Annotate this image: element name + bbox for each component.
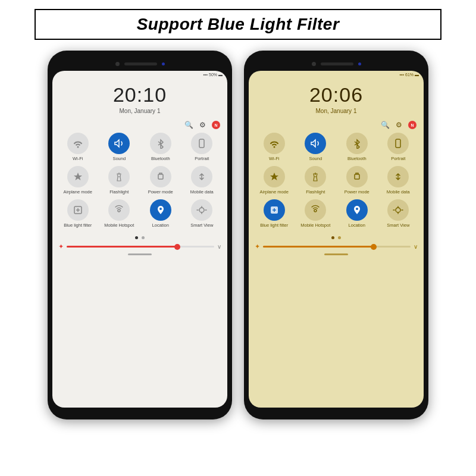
- tile-airplane-warm[interactable]: Airplane mode: [256, 166, 292, 195]
- svg-rect-1: [158, 174, 163, 179]
- brightness-row-warm: ✦ ∨: [249, 242, 424, 252]
- sensor-dot-warm: [358, 62, 361, 65]
- tile-portrait-warm[interactable]: Portrait: [380, 133, 416, 161]
- signal-icon-warm: ▪▪▪: [400, 73, 404, 77]
- tile-sound-warm[interactable]: Sound: [298, 133, 333, 161]
- tile-flashlight-warm[interactable]: Flashlight: [298, 166, 333, 195]
- svg-rect-6: [355, 174, 359, 179]
- phone-top-bar-warm: [249, 58, 424, 70]
- location-label-warm: Location: [349, 223, 365, 228]
- screen-warm: ▪▪▪ 61% ▬ 20:06 Mon, January 1 🔍 ⚙ N: [249, 71, 424, 408]
- tile-portrait[interactable]: Portrait: [184, 133, 220, 161]
- phone-top-bar-normal: [52, 58, 227, 70]
- sound-icon-warm: [305, 133, 326, 154]
- qs-header-warm: 🔍 ⚙ N: [249, 117, 424, 131]
- mobiledata-label-warm: Mobile data: [387, 189, 410, 195]
- settings-icon[interactable]: ⚙: [199, 121, 206, 129]
- settings-icon-warm[interactable]: ⚙: [396, 121, 402, 129]
- hotspot-label: Mobile Hotspot: [104, 223, 134, 228]
- location-icon-warm: [346, 199, 368, 221]
- status-bar-normal: ▪▪▪ 50% ▬: [52, 71, 227, 77]
- flashlight-label-warm: Flashlight: [306, 189, 325, 195]
- tiles-row-2-warm: Airplane mode Flashlight P: [253, 166, 419, 195]
- dot-2: [142, 236, 145, 239]
- tile-bluetooth[interactable]: Bluetooth: [143, 133, 178, 161]
- portrait-icon-warm: [387, 133, 409, 154]
- brightness-icon: ✦: [58, 243, 64, 250]
- camera-dot-warm: [312, 62, 316, 66]
- svg-rect-5: [396, 139, 400, 148]
- tiles-row-2-normal: Airplane mode Flashlight P: [57, 166, 223, 195]
- status-icons-warm: ▪▪▪ 61% ▬: [400, 73, 419, 77]
- clock-warm: 20:06: [249, 83, 424, 107]
- brightness-track[interactable]: [67, 246, 214, 248]
- location-label: Location: [152, 223, 169, 228]
- chevron-down-icon[interactable]: ∨: [217, 243, 221, 250]
- search-icon-warm[interactable]: 🔍: [381, 121, 390, 129]
- brightness-icon-warm: ✦: [255, 243, 260, 250]
- smartview-label-warm: Smart View: [387, 223, 409, 228]
- wifi-icon-warm: [264, 133, 285, 154]
- tile-hotspot-warm[interactable]: Mobile Hotspot: [298, 199, 333, 228]
- tiles-row-1-normal: Wi-Fi Sound Bluetooth: [57, 133, 223, 161]
- tile-bluetooth-warm[interactable]: Bluetooth: [339, 133, 375, 161]
- dot-1: [135, 236, 138, 239]
- hotspot-icon-warm: [305, 199, 326, 221]
- power-icon-warm: [346, 166, 368, 187]
- camera-dot: [115, 62, 120, 66]
- portrait-label: Portrait: [195, 156, 209, 161]
- dots-row-warm: [249, 236, 424, 239]
- tile-hotspot[interactable]: Mobile Hotspot: [101, 199, 137, 228]
- time-section-normal: 20:10 Mon, January 1: [52, 77, 227, 117]
- tile-location-warm[interactable]: Location: [339, 199, 375, 228]
- tile-smartview[interactable]: Smart View: [184, 199, 220, 228]
- dots-row-normal: [52, 236, 227, 239]
- tile-mobiledata[interactable]: Mobile data: [184, 166, 220, 195]
- home-indicator-normal: [128, 253, 152, 255]
- brightness-fill: [67, 246, 177, 248]
- tile-mobiledata-warm[interactable]: Mobile data: [380, 166, 416, 195]
- airplane-icon-warm: [264, 166, 285, 187]
- tile-smartview-warm[interactable]: Smart View: [380, 199, 416, 228]
- airplane-label: Airplane mode: [64, 189, 92, 195]
- home-indicator-warm: [324, 253, 348, 255]
- search-icon[interactable]: 🔍: [184, 121, 193, 129]
- smartview-icon-warm: [387, 199, 409, 221]
- bluelight-label: Blue light filter: [64, 223, 92, 228]
- notification-badge: N: [212, 121, 220, 129]
- brightness-row-normal: ✦ ∨: [52, 242, 227, 252]
- tile-sound[interactable]: Sound: [101, 133, 137, 161]
- time-section-warm: 20:06 Mon, January 1: [249, 77, 424, 117]
- sound-label: Sound: [112, 156, 126, 161]
- tiles-row-3-normal: Blue light filter Mobile Hotspot: [57, 199, 223, 228]
- brightness-thumb-warm: [371, 244, 377, 250]
- brightness-track-warm[interactable]: [263, 246, 411, 248]
- tiles-row-1-warm: Wi-Fi Sound Bluetooth: [253, 133, 419, 161]
- screen-normal: ▪▪▪ 50% ▬ 20:10 Mon, January 1 🔍 ⚙ N: [52, 71, 227, 408]
- tile-bluelight[interactable]: Blue light filter: [60, 199, 96, 228]
- status-icons-normal: ▪▪▪ 50% ▬: [203, 73, 223, 77]
- tile-bluelight-warm[interactable]: Blue light filter: [256, 199, 292, 228]
- location-icon: [150, 199, 171, 221]
- hotspot-icon: [108, 199, 130, 221]
- qs-header-normal: 🔍 ⚙ N: [52, 117, 227, 131]
- phone-bottom-warm: [249, 408, 424, 415]
- battery-text-warm: 61%: [405, 73, 414, 77]
- portrait-label-warm: Portrait: [391, 156, 405, 161]
- chevron-down-icon-warm[interactable]: ∨: [414, 243, 418, 250]
- bluelight-icon: [67, 199, 89, 221]
- tile-power[interactable]: Power mode: [143, 166, 178, 195]
- tile-airplane[interactable]: Airplane mode: [60, 166, 96, 195]
- portrait-icon: [191, 133, 212, 154]
- wifi-label: Wi-Fi: [73, 156, 83, 161]
- airplane-label-warm: Airplane mode: [260, 189, 289, 195]
- date-normal: Mon, January 1: [52, 108, 227, 114]
- tile-flashlight[interactable]: Flashlight: [101, 166, 137, 195]
- tile-wifi-warm[interactable]: Wi-Fi: [256, 133, 292, 161]
- tile-power-warm[interactable]: Power mode: [339, 166, 375, 195]
- tiles-row-3-warm: Blue light filter Mobile Hotspot: [253, 199, 419, 228]
- page-wrapper: Support Blue Light Filter ▪▪▪ 50% ▬ 20:: [0, 0, 476, 476]
- phones-row: ▪▪▪ 50% ▬ 20:10 Mon, January 1 🔍 ⚙ N: [48, 51, 428, 419]
- tile-wifi[interactable]: Wi-Fi: [60, 133, 96, 161]
- tile-location[interactable]: Location: [143, 199, 178, 228]
